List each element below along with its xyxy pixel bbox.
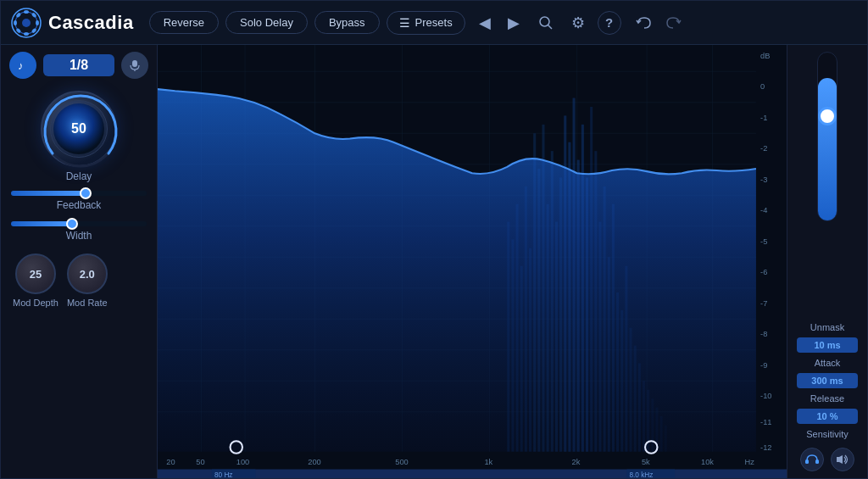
svg-line-12 xyxy=(548,25,552,29)
help-button[interactable]: ? xyxy=(598,11,621,35)
mod-rate-knob[interactable]: 2.0 xyxy=(67,253,108,294)
mod-depth-knob[interactable]: 25 xyxy=(15,253,56,294)
undo-button[interactable] xyxy=(632,10,657,36)
svg-rect-107 xyxy=(837,457,839,462)
search-icon xyxy=(538,15,554,31)
svg-point-8 xyxy=(14,20,17,25)
undo-redo-area xyxy=(632,10,686,36)
left-panel: ♪ 1/8 xyxy=(1,45,158,478)
svg-rect-105 xyxy=(805,460,809,464)
width-fill xyxy=(11,221,72,226)
solo-delay-button[interactable]: Solo Delay xyxy=(225,11,308,34)
vertical-slider-track[interactable] xyxy=(817,52,837,221)
attack-button[interactable]: 10 ms xyxy=(797,337,858,353)
svg-text:200: 200 xyxy=(308,458,320,466)
headphone-button[interactable] xyxy=(800,448,824,471)
feedback-slider-container: Feedback xyxy=(11,191,147,211)
app-title: Cascadia xyxy=(48,12,134,34)
hamburger-icon: ☰ xyxy=(399,16,410,30)
attack-label: Attack xyxy=(815,358,841,368)
sensitivity-button[interactable]: 10 % xyxy=(797,409,858,424)
width-track[interactable] xyxy=(11,221,147,226)
delay-label: Delay xyxy=(66,170,92,182)
svg-text:-1: -1 xyxy=(760,114,767,122)
svg-text:-11: -11 xyxy=(760,418,771,426)
headphone-icon xyxy=(805,454,819,465)
svg-rect-106 xyxy=(815,460,819,464)
vertical-slider-thumb[interactable] xyxy=(818,107,837,125)
search-button[interactable] xyxy=(533,10,559,36)
svg-text:-7: -7 xyxy=(760,299,767,308)
svg-text:-5: -5 xyxy=(760,237,767,246)
svg-text:-9: -9 xyxy=(760,361,767,370)
svg-text:♪: ♪ xyxy=(18,59,24,72)
svg-point-11 xyxy=(540,17,549,26)
svg-point-10 xyxy=(22,19,31,27)
tempo-value[interactable]: 1/8 xyxy=(43,54,114,76)
svg-point-2 xyxy=(24,10,29,14)
mod-rate-value: 2.0 xyxy=(80,268,95,281)
svg-text:-3: -3 xyxy=(760,175,767,184)
svg-text:20: 20 xyxy=(166,458,175,466)
width-thumb[interactable] xyxy=(66,218,78,230)
next-arrow-button[interactable]: ▶ xyxy=(501,10,526,36)
spectrum-svg: dB 0 -1 -2 -3 -4 -5 -6 -7 -8 -9 -10 -11 … xyxy=(158,45,787,478)
vertical-slider-container xyxy=(817,52,837,317)
release-label: Release xyxy=(810,393,844,404)
feedback-fill xyxy=(11,191,86,196)
vertical-slider-fill xyxy=(818,78,837,220)
settings-button[interactable]: ⚙ xyxy=(565,10,591,36)
svg-text:0: 0 xyxy=(760,82,765,91)
width-slider-container: Width xyxy=(11,221,147,242)
presets-button[interactable]: ☰ Presets xyxy=(387,11,465,35)
svg-text:-10: -10 xyxy=(760,392,771,400)
bypass-button[interactable]: Bypass xyxy=(314,11,380,34)
tempo-row: ♪ 1/8 xyxy=(9,52,148,79)
redo-icon xyxy=(665,16,682,30)
logo-area: Cascadia xyxy=(11,8,134,38)
reverse-button[interactable]: Reverse xyxy=(149,11,219,34)
svg-point-6 xyxy=(24,32,29,36)
mod-depth-container: 25 Mod Depth xyxy=(13,253,58,308)
svg-text:-6: -6 xyxy=(760,268,767,276)
mod-depth-label: Mod Depth xyxy=(13,298,58,308)
knob-swirl: 50 xyxy=(53,103,104,154)
speaker-icon xyxy=(836,454,849,465)
music-note-icon: ♪ xyxy=(16,58,30,72)
mic-button[interactable] xyxy=(121,52,148,79)
svg-text:-8: -8 xyxy=(760,330,767,338)
svg-text:50: 50 xyxy=(196,458,204,466)
delay-knob[interactable]: 50 xyxy=(41,91,117,167)
width-label: Width xyxy=(11,230,147,242)
feedback-track[interactable] xyxy=(11,191,147,196)
knob-inner: 50 xyxy=(50,100,108,158)
prev-arrow-button[interactable]: ◀ xyxy=(472,10,498,36)
undo-icon xyxy=(636,16,653,30)
logo-icon xyxy=(11,8,42,38)
svg-text:100: 100 xyxy=(236,458,249,466)
tempo-sync-button[interactable]: ♪ xyxy=(9,52,36,79)
svg-text:dB: dB xyxy=(760,52,770,60)
redo-button[interactable] xyxy=(660,10,686,36)
right-panel: Unmask 10 ms Attack 300 ms Release 10 % … xyxy=(787,45,867,478)
svg-point-4 xyxy=(36,20,39,25)
sensitivity-label: Sensitivity xyxy=(806,429,849,439)
header: Cascadia Reverse Solo Delay Bypass ☰ Pre… xyxy=(1,1,867,45)
mod-rate-label: Mod Rate xyxy=(67,298,108,308)
speaker-button[interactable] xyxy=(831,448,854,471)
feedback-thumb[interactable] xyxy=(80,187,92,199)
bottom-icons xyxy=(800,448,854,471)
release-button[interactable]: 300 ms xyxy=(797,373,858,388)
svg-text:80 Hz: 80 Hz xyxy=(214,471,233,478)
mod-rate-container: 2.0 Mod Rate xyxy=(67,253,108,308)
nav-arrows: ◀ ▶ xyxy=(472,10,526,36)
svg-text:8.0 kHz: 8.0 kHz xyxy=(630,471,654,478)
app-container: Cascadia Reverse Solo Delay Bypass ☰ Pre… xyxy=(0,0,868,479)
svg-text:500: 500 xyxy=(395,458,408,466)
svg-text:-4: -4 xyxy=(760,206,767,214)
svg-text:-2: -2 xyxy=(760,144,767,153)
delay-knob-value: 50 xyxy=(71,121,86,136)
svg-text:10k: 10k xyxy=(701,458,714,466)
delay-knob-container: 50 Delay xyxy=(41,91,117,182)
center-panel: dB 0 -1 -2 -3 -4 -5 -6 -7 -8 -9 -10 -11 … xyxy=(158,45,787,478)
